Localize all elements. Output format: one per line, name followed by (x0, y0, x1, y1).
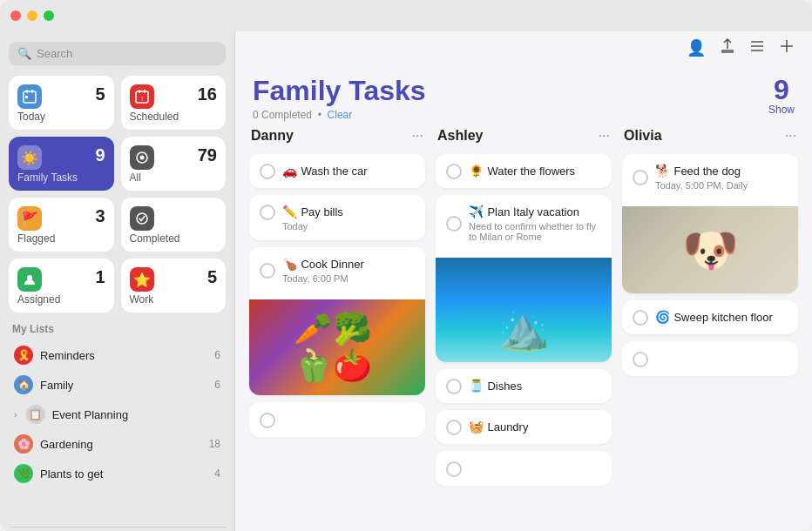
task-pay-bills[interactable]: ✏️ Pay bills Today (249, 195, 425, 240)
completed-count-label: 0 Completed (253, 109, 312, 121)
all-icon (130, 145, 154, 170)
sidebar-item-scheduled[interactable]: ! 16 Scheduled (121, 76, 227, 130)
task-plan-italy[interactable]: ✈️ Plan Italy vacation Need to confirm w… (436, 195, 612, 362)
family-label: Family (40, 379, 207, 392)
task-laundry[interactable]: 🧺 Laundry (436, 410, 612, 444)
task-count-badge: 9 Show (768, 76, 795, 116)
search-bar[interactable]: 🔍 (9, 42, 226, 65)
danny-header: Danny ··· (249, 128, 425, 147)
list-icon[interactable] (749, 38, 765, 58)
my-lists-label: My Lists (9, 323, 226, 335)
svg-rect-5 (139, 90, 140, 93)
svg-rect-3 (25, 96, 28, 98)
task-content: 🌀 Sweep kitchen floor (655, 309, 788, 325)
task-emoji: 🌻 (469, 164, 484, 178)
sidebar-item-all[interactable]: 79 All (121, 137, 227, 191)
family-tasks-count: 9 (95, 145, 105, 165)
svg-rect-1 (26, 90, 28, 93)
event-planning-icon: 📋 (26, 405, 45, 424)
task-circle[interactable] (633, 170, 648, 185)
minimize-button[interactable] (27, 10, 37, 21)
task-circle[interactable] (260, 205, 275, 220)
task-content: ✏️ Pay bills Today (282, 204, 415, 232)
title-block: Family Tasks 0 Completed • Clear (253, 76, 426, 121)
add-list-button[interactable]: + Add List (9, 527, 226, 531)
task-name: Feed the dog (673, 165, 741, 178)
sidebar-item-work[interactable]: ⭐ 5 Work (121, 259, 227, 313)
task-circle[interactable] (633, 310, 648, 326)
task-circle[interactable] (260, 164, 275, 179)
reminders-count: 6 (214, 349, 220, 361)
task-circle[interactable] (260, 263, 275, 279)
task-empty-danny (249, 402, 425, 437)
plants-icon: 🌿 (14, 464, 33, 483)
sidebar-item-flagged[interactable]: 🚩 3 Flagged (9, 198, 114, 252)
task-circle[interactable] (446, 379, 462, 394)
reminders-icon: 🎗️ (14, 346, 33, 365)
task-sweep-floor[interactable]: 🌀 Sweep kitchen floor (622, 300, 798, 334)
clear-link[interactable]: Clear (328, 109, 353, 121)
gardening-icon: 🌸 (14, 434, 33, 454)
task-dishes[interactable]: 🫙 Dishes (436, 369, 612, 403)
ocean-image (436, 258, 612, 362)
task-sub: Today (282, 221, 415, 232)
list-item-event-planning[interactable]: › 📋 Event Planning (9, 400, 226, 429)
list-item-reminders[interactable]: 🎗️ Reminders 6 (9, 340, 226, 370)
task-circle[interactable] (446, 216, 462, 232)
svg-rect-2 (31, 90, 33, 93)
app-window: 🔍 5 (0, 0, 812, 531)
food-image (249, 299, 425, 395)
search-input[interactable] (37, 47, 217, 60)
task-name: Wash the car (301, 165, 367, 178)
task-feed-dog[interactable]: 🐕 Feed the dog Today, 5:00 PM, Daily (622, 154, 798, 293)
danny-more-icon[interactable]: ··· (412, 128, 423, 144)
danny-name: Danny (251, 128, 294, 144)
family-tasks-label: Family Tasks (17, 171, 105, 184)
completed-label: Completed (130, 232, 218, 245)
expand-arrow-icon: › (14, 409, 17, 420)
close-button[interactable] (10, 10, 21, 21)
olivia-more-icon[interactable]: ··· (785, 128, 796, 144)
sidebar-item-completed[interactable]: Completed (121, 198, 227, 252)
task-name: Dishes (487, 380, 522, 393)
svg-point-9 (139, 156, 144, 160)
work-icon: ⭐ (130, 267, 154, 292)
maximize-button[interactable] (44, 10, 54, 21)
task-cook-dinner[interactable]: 🍗 Cook Dinner Today, 6:00 PM (249, 247, 425, 395)
svg-text:!: ! (140, 95, 142, 103)
task-circle[interactable] (446, 420, 462, 435)
main-content: 👤 (235, 31, 812, 531)
dog-image (622, 206, 798, 293)
task-sub: Today, 6:00 PM (282, 273, 415, 284)
all-label: All (130, 171, 218, 184)
add-task-icon[interactable] (779, 38, 795, 58)
task-top: 🐕 Feed the dog Today, 5:00 PM, Daily (622, 154, 798, 199)
column-olivia: Olivia ··· 🐕 Feed the dog Today, 5:00 PM… (622, 128, 798, 531)
columns-area: Danny ··· 🚗 Wash the car (235, 128, 812, 531)
ashley-more-icon[interactable]: ··· (599, 128, 610, 144)
today-icon (17, 84, 42, 109)
task-name: Cook Dinner (301, 258, 363, 271)
family-tasks-icon: ☀️ (17, 145, 42, 170)
list-item-family[interactable]: 🏠 Family 6 (9, 370, 226, 400)
list-item-gardening[interactable]: 🌸 Gardening 18 (9, 429, 226, 459)
sidebar-item-today[interactable]: 5 Today (9, 76, 114, 130)
sidebar-item-assigned[interactable]: 1 Assigned (9, 259, 114, 313)
work-label: Work (130, 293, 218, 306)
task-water-flowers[interactable]: 🌻 Water the flowers (436, 154, 612, 188)
count-show-label[interactable]: Show (768, 104, 795, 116)
task-content: 🐕 Feed the dog Today, 5:00 PM, Daily (655, 163, 788, 191)
task-wash-car[interactable]: 🚗 Wash the car (249, 154, 425, 188)
sidebar-item-family-tasks[interactable]: ☀️ 9 Family Tasks (9, 137, 114, 191)
flagged-label: Flagged (17, 232, 105, 245)
task-name: Plan Italy vacation (487, 205, 579, 218)
task-content: 🌻 Water the flowers (469, 163, 601, 178)
person-circle-icon[interactable]: 👤 (687, 38, 706, 58)
task-name: Pay bills (301, 205, 342, 218)
scheduled-label: Scheduled (130, 111, 218, 123)
share-icon[interactable] (720, 38, 735, 58)
column-ashley: Ashley ··· 🌻 Water the flowers (436, 128, 612, 531)
list-item-plants-to-get[interactable]: 🌿 Plants to get 4 (9, 459, 226, 488)
task-content: 🧺 Laundry (469, 419, 601, 434)
task-circle[interactable] (446, 164, 462, 179)
